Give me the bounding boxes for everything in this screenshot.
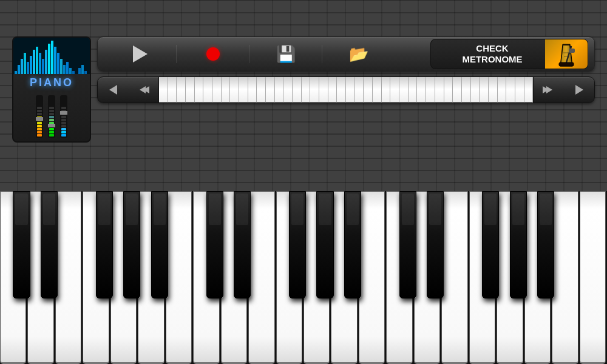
black-key-0-4[interactable] — [151, 191, 168, 298]
svg-rect-18 — [66, 62, 69, 74]
white-key-20[interactable] — [552, 191, 578, 364]
black-key-2-1[interactable] — [427, 191, 444, 298]
black-key-0-1[interactable] — [41, 191, 58, 298]
metronome-text-area: CHECK METRONOME — [431, 43, 545, 65]
white-key-9[interactable] — [248, 191, 274, 364]
prev-button[interactable] — [128, 76, 158, 103]
black-key-2-4[interactable] — [537, 191, 554, 298]
svg-rect-14 — [54, 47, 56, 74]
svg-rect-3 — [21, 59, 23, 74]
svg-rect-5 — [27, 62, 29, 74]
svg-rect-22 — [78, 68, 81, 74]
svg-rect-24 — [84, 71, 87, 74]
mini-keyboard-display — [158, 76, 534, 103]
black-key-1-3[interactable] — [316, 191, 333, 298]
svg-rect-30 — [569, 49, 575, 53]
metronome-label-metro: METRONOME — [439, 54, 545, 65]
svg-rect-6 — [30, 56, 32, 74]
fader-controls — [13, 92, 90, 141]
metronome-icon — [552, 39, 581, 69]
fader-3[interactable] — [60, 95, 67, 138]
fader-2[interactable] — [48, 95, 55, 138]
svg-rect-1 — [15, 71, 17, 74]
svg-rect-12 — [48, 44, 50, 74]
svg-rect-31 — [559, 62, 574, 66]
open-button[interactable]: 📂 — [322, 39, 395, 69]
piano-keyboard — [0, 191, 607, 364]
svg-rect-20 — [72, 71, 75, 74]
piano-logo-text: PIANO — [30, 74, 73, 92]
open-icon: 📂 — [349, 45, 368, 64]
black-key-0-2[interactable] — [96, 191, 113, 298]
black-key-1-1[interactable] — [234, 191, 251, 298]
transport-buttons: 💾 📂 — [104, 39, 430, 69]
black-key-1-2[interactable] — [289, 191, 306, 298]
save-icon: 💾 — [276, 45, 296, 64]
double-arrow-right-icon — [545, 86, 552, 93]
arrow-right-icon — [575, 85, 583, 95]
svg-rect-15 — [57, 53, 59, 74]
fader-1[interactable] — [36, 95, 43, 138]
app-background: PIANO — [0, 0, 607, 364]
step-right-button[interactable] — [564, 76, 594, 103]
black-key-1-0[interactable] — [206, 191, 223, 298]
metronome-label-check: CHECK — [439, 43, 545, 54]
waveform-display — [13, 38, 90, 74]
svg-rect-9 — [39, 53, 41, 74]
metronome-button[interactable]: CHECK METRONOME — [430, 39, 588, 69]
record-icon — [206, 47, 220, 61]
white-key-6[interactable] — [166, 191, 192, 364]
play-icon — [133, 46, 148, 62]
black-key-0-0[interactable] — [13, 191, 30, 298]
save-button[interactable]: 💾 — [249, 39, 322, 69]
svg-rect-11 — [45, 50, 47, 74]
svg-rect-8 — [36, 47, 38, 74]
svg-rect-17 — [63, 65, 66, 74]
svg-rect-4 — [24, 53, 26, 74]
black-key-0-3[interactable] — [123, 191, 140, 298]
black-key-2-2[interactable] — [482, 191, 499, 298]
black-key-2-0[interactable] — [399, 191, 416, 298]
top-controls: 💾 📂 CHECK METRONOME — [97, 36, 607, 103]
keyboard-nav-bar — [97, 76, 595, 103]
black-key-1-4[interactable] — [344, 191, 361, 298]
svg-rect-19 — [69, 68, 72, 74]
record-button[interactable] — [177, 39, 249, 69]
step-left-button[interactable] — [98, 76, 128, 103]
arrow-left-icon — [109, 85, 117, 95]
play-button[interactable] — [104, 39, 177, 69]
svg-rect-13 — [51, 41, 53, 74]
svg-rect-16 — [60, 59, 63, 74]
transport-bar: 💾 📂 CHECK METRONOME — [97, 36, 595, 72]
double-arrow-left-icon — [140, 86, 147, 93]
white-key-21[interactable] — [580, 191, 606, 364]
svg-rect-10 — [42, 59, 44, 74]
white-key-13[interactable] — [359, 191, 385, 364]
svg-rect-7 — [33, 50, 35, 74]
black-key-2-3[interactable] — [510, 191, 527, 298]
svg-rect-2 — [18, 65, 20, 74]
white-key-2[interactable] — [55, 191, 81, 364]
metronome-icon-area — [545, 39, 588, 69]
next-button[interactable] — [534, 76, 564, 103]
svg-rect-23 — [81, 65, 84, 74]
white-key-16[interactable] — [441, 191, 467, 364]
piano-logo-panel: PIANO — [12, 36, 91, 143]
